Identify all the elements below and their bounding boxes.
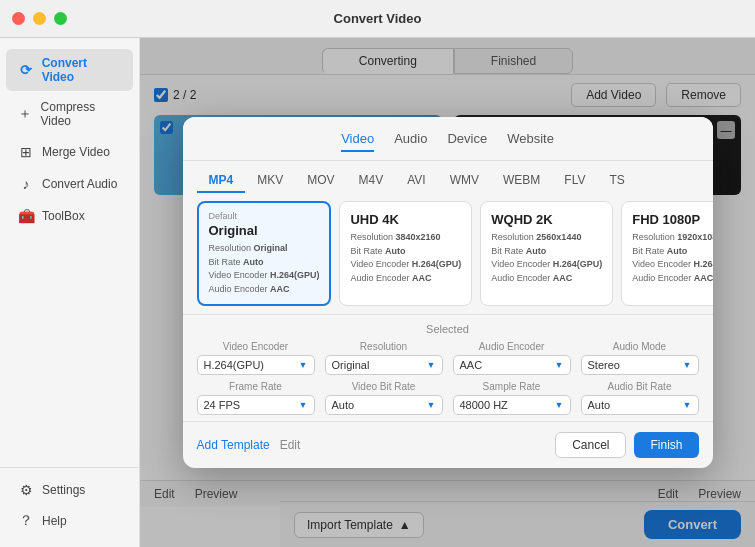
main-content: Converting Finished 2 / 2 Add Video Remo… xyxy=(140,38,755,547)
modal-overlay: Video Audio Device Website MP4 MKV MOV M… xyxy=(140,38,755,547)
chevron-down-icon: ▼ xyxy=(427,360,436,370)
toolbox-icon: 🧰 xyxy=(18,208,34,224)
quality-tab-webm[interactable]: WEBM xyxy=(491,169,552,193)
finish-button[interactable]: Finish xyxy=(634,432,698,458)
sidebar-item-label: Convert Video xyxy=(42,56,121,84)
sidebar-item-label: Help xyxy=(42,514,67,528)
close-button[interactable] xyxy=(12,12,25,25)
edit-link[interactable]: Edit xyxy=(280,438,301,452)
sample-rate-select[interactable]: 48000 HZ ▼ xyxy=(453,395,571,415)
compress-video-icon: ＋ xyxy=(18,106,33,122)
quality-tab-m4v[interactable]: M4V xyxy=(347,169,396,193)
chevron-down-icon: ▼ xyxy=(683,400,692,410)
selected-section: Selected Video Encoder H.264(GPU) ▼ Reso… xyxy=(183,314,713,421)
video-bitrate-select[interactable]: Auto ▼ xyxy=(325,395,443,415)
app-body: ⟳ Convert Video ＋ Compress Video ⊞ Merge… xyxy=(0,38,755,547)
settings-grid-2: Frame Rate 24 FPS ▼ Video Bit Rate Auto … xyxy=(197,381,699,415)
sidebar-item-convert-audio[interactable]: ♪ Convert Audio xyxy=(6,169,133,199)
quality-tab-bar: MP4 MKV MOV M4V AVI WMV WEBM FLV TS xyxy=(183,161,713,193)
audio-mode-label: Audio Mode xyxy=(581,341,699,352)
video-encoder-label: Video Encoder xyxy=(197,341,315,352)
preset-original-details: Resolution Original Bit Rate Auto Video … xyxy=(209,242,320,296)
convert-audio-icon: ♪ xyxy=(18,176,34,192)
sidebar-bottom: ⚙ Settings ？ Help xyxy=(0,467,139,537)
format-modal: Video Audio Device Website MP4 MKV MOV M… xyxy=(183,117,713,468)
cancel-button[interactable]: Cancel xyxy=(555,432,626,458)
video-bitrate-label: Video Bit Rate xyxy=(325,381,443,392)
maximize-button[interactable] xyxy=(54,12,67,25)
resolution-label: Resolution xyxy=(325,341,443,352)
chevron-down-icon: ▼ xyxy=(299,400,308,410)
frame-rate-select[interactable]: 24 FPS ▼ xyxy=(197,395,315,415)
title-bar: Convert Video xyxy=(0,0,755,38)
quality-tab-mkv[interactable]: MKV xyxy=(245,169,295,193)
audio-encoder-select[interactable]: AAC ▼ xyxy=(453,355,571,375)
format-tab-video[interactable]: Video xyxy=(341,131,374,152)
minimize-button[interactable] xyxy=(33,12,46,25)
preset-fhd1080p-name: FHD 1080P xyxy=(632,212,712,227)
audio-encoder-label: Audio Encoder xyxy=(453,341,571,352)
quality-tab-wmv[interactable]: WMV xyxy=(438,169,491,193)
chevron-down-icon: ▼ xyxy=(683,360,692,370)
sidebar-item-label: Merge Video xyxy=(42,145,110,159)
window-controls xyxy=(12,12,67,25)
window-title: Convert Video xyxy=(334,11,422,26)
resolution-group: Resolution Original ▼ xyxy=(325,341,443,375)
settings-grid: Video Encoder H.264(GPU) ▼ Resolution Or… xyxy=(197,341,699,375)
quality-tab-mov[interactable]: MOV xyxy=(295,169,346,193)
preset-fhd1080p-details: Resolution 1920x1080 Bit Rate Auto Video… xyxy=(632,231,712,285)
sidebar: ⟳ Convert Video ＋ Compress Video ⊞ Merge… xyxy=(0,38,140,547)
preset-uhd4k-name: UHD 4K xyxy=(350,212,461,227)
chevron-down-icon: ▼ xyxy=(555,400,564,410)
quality-tab-flv[interactable]: FLV xyxy=(552,169,597,193)
preset-wqhd2k-details: Resolution 2560x1440 Bit Rate Auto Video… xyxy=(491,231,602,285)
preset-default-label: Default xyxy=(209,211,320,221)
format-tabs: Video Audio Device Website xyxy=(183,117,713,161)
video-bitrate-group: Video Bit Rate Auto ▼ xyxy=(325,381,443,415)
settings-icon: ⚙ xyxy=(18,482,34,498)
sidebar-item-label: Convert Audio xyxy=(42,177,117,191)
convert-video-icon: ⟳ xyxy=(18,62,34,78)
format-tab-device[interactable]: Device xyxy=(447,131,487,152)
video-encoder-select[interactable]: H.264(GPU) ▼ xyxy=(197,355,315,375)
presets-row: Default Original Resolution Original Bit… xyxy=(183,193,713,314)
quality-tab-mp4[interactable]: MP4 xyxy=(197,169,246,193)
quality-tab-avi[interactable]: AVI xyxy=(395,169,437,193)
modal-footer-right: Cancel Finish xyxy=(555,432,698,458)
preset-wqhd2k[interactable]: WQHD 2K Resolution 2560x1440 Bit Rate Au… xyxy=(480,201,613,306)
chevron-down-icon: ▼ xyxy=(555,360,564,370)
sidebar-item-label: Compress Video xyxy=(41,100,121,128)
audio-bitrate-group: Audio Bit Rate Auto ▼ xyxy=(581,381,699,415)
audio-mode-select[interactable]: Stereo ▼ xyxy=(581,355,699,375)
preset-uhd4k-details: Resolution 3840x2160 Bit Rate Auto Video… xyxy=(350,231,461,285)
selected-label: Selected xyxy=(197,323,699,335)
sidebar-item-help[interactable]: ？ Help xyxy=(6,506,133,536)
audio-mode-group: Audio Mode Stereo ▼ xyxy=(581,341,699,375)
video-encoder-group: Video Encoder H.264(GPU) ▼ xyxy=(197,341,315,375)
quality-tab-ts[interactable]: TS xyxy=(597,169,636,193)
add-template-link[interactable]: Add Template xyxy=(197,438,270,452)
preset-original[interactable]: Default Original Resolution Original Bit… xyxy=(197,201,332,306)
sidebar-item-convert-video[interactable]: ⟳ Convert Video xyxy=(6,49,133,91)
audio-bitrate-select[interactable]: Auto ▼ xyxy=(581,395,699,415)
format-tab-audio[interactable]: Audio xyxy=(394,131,427,152)
sidebar-item-settings[interactable]: ⚙ Settings xyxy=(6,475,133,505)
sidebar-item-label: Settings xyxy=(42,483,85,497)
sidebar-item-merge-video[interactable]: ⊞ Merge Video xyxy=(6,137,133,167)
sample-rate-group: Sample Rate 48000 HZ ▼ xyxy=(453,381,571,415)
preset-fhd1080p[interactable]: FHD 1080P Resolution 1920x1080 Bit Rate … xyxy=(621,201,712,306)
sidebar-item-toolbox[interactable]: 🧰 ToolBox xyxy=(6,201,133,231)
audio-bitrate-label: Audio Bit Rate xyxy=(581,381,699,392)
audio-encoder-group: Audio Encoder AAC ▼ xyxy=(453,341,571,375)
preset-uhd4k[interactable]: UHD 4K Resolution 3840x2160 Bit Rate Aut… xyxy=(339,201,472,306)
preset-wqhd2k-name: WQHD 2K xyxy=(491,212,602,227)
sample-rate-label: Sample Rate xyxy=(453,381,571,392)
merge-video-icon: ⊞ xyxy=(18,144,34,160)
sidebar-item-compress-video[interactable]: ＋ Compress Video xyxy=(6,93,133,135)
frame-rate-label: Frame Rate xyxy=(197,381,315,392)
sidebar-item-label: ToolBox xyxy=(42,209,85,223)
format-tab-website[interactable]: Website xyxy=(507,131,554,152)
frame-rate-group: Frame Rate 24 FPS ▼ xyxy=(197,381,315,415)
resolution-select[interactable]: Original ▼ xyxy=(325,355,443,375)
modal-footer: Add Template Edit Cancel Finish xyxy=(183,421,713,468)
